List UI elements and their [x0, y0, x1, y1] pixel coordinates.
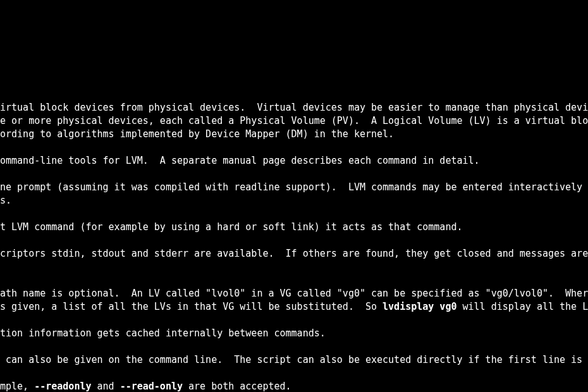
- terminal-screen[interactable]: irtual block devices from physical devic…: [0, 0, 588, 392]
- bold-option: --read-only: [120, 381, 183, 392]
- manpage-line: tion information gets cached internally …: [0, 327, 326, 340]
- manpage-line: ording to algorithms implemented by Devi…: [0, 128, 394, 141]
- manpage-line: ath name is optional. An LV called "lvol…: [0, 287, 588, 300]
- manpage-line: ne prompt (assuming it was compiled with…: [0, 181, 588, 194]
- manpage-line: mple, --readonly and --read-only are bot…: [0, 380, 291, 392]
- manpage-line: irtual block devices from physical devic…: [0, 101, 588, 114]
- text: mple,: [0, 381, 34, 392]
- text: will display all the LVs in: [456, 301, 588, 312]
- text: and: [92, 381, 120, 392]
- manpage-line: criptors stdin, stdout and stderr are av…: [0, 247, 588, 260]
- manpage-line: s given, a list of all the LVs in that V…: [0, 300, 588, 314]
- manpage-line: t LVM command (for example by using a ha…: [0, 221, 463, 234]
- bold-command: lvdisplay vg0: [383, 301, 456, 312]
- manpage-line: can also be given on the command line. T…: [0, 353, 588, 367]
- manpage-line: e or more physical devices, each called …: [0, 114, 588, 128]
- manpage-line: ommand-line tools for LVM. A separate ma…: [0, 154, 480, 168]
- text: are both accepted.: [183, 381, 291, 392]
- manpage-line: s.: [0, 194, 11, 207]
- bold-option: --readonly: [34, 381, 91, 392]
- text: s given, a list of all the LVs in that V…: [0, 301, 383, 312]
